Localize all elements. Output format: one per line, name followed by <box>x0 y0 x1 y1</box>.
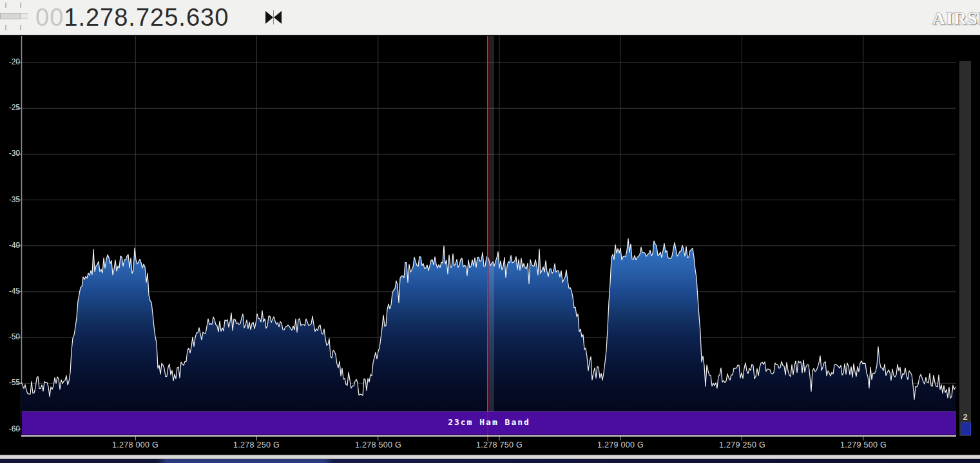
y-axis-label: -45 <box>1 287 20 296</box>
zoom-scrollbar[interactable]: 2 <box>959 61 971 436</box>
y-axis-label: -20 <box>1 57 20 67</box>
y-axis-label: -50 <box>1 332 20 342</box>
x-axis-label: 1.278 500 G <box>340 440 417 451</box>
y-axis-label: -35 <box>1 195 20 205</box>
panel-divider[interactable] <box>0 455 980 459</box>
band-label: 23cm Ham Band <box>22 417 956 427</box>
band-overlay[interactable]: 23cm Ham Band <box>22 411 956 435</box>
x-axis-label: 1.278 250 G <box>218 440 295 451</box>
zoom-thumb[interactable] <box>961 422 971 435</box>
waterfall-strip <box>0 459 980 463</box>
x-axis-label: 1.278 750 G <box>461 440 538 451</box>
y-axis-label: -60 <box>1 424 20 434</box>
tuned-frequency-tick <box>487 437 488 441</box>
y-axis-label: -55 <box>1 378 20 388</box>
filter-bandwidth-overlay[interactable] <box>489 36 494 411</box>
x-axis-label: 1.279 500 G <box>825 440 902 451</box>
tuned-frequency-line[interactable] <box>487 36 488 435</box>
sdr-application-window: 001.278.725.630 AIRSPY <box>0 0 980 463</box>
x-axis-label: 1.279 000 G <box>582 440 659 451</box>
x-axis-baseline <box>21 435 956 437</box>
x-axis-label: 1.279 250 G <box>704 440 781 451</box>
y-axis-label: -30 <box>1 149 20 158</box>
x-axis-label: 1.278 000 G <box>97 440 174 451</box>
y-axis-label: -40 <box>1 241 20 250</box>
zoom-level-badge: 2 <box>959 412 971 422</box>
y-axis-label: -25 <box>1 103 20 113</box>
